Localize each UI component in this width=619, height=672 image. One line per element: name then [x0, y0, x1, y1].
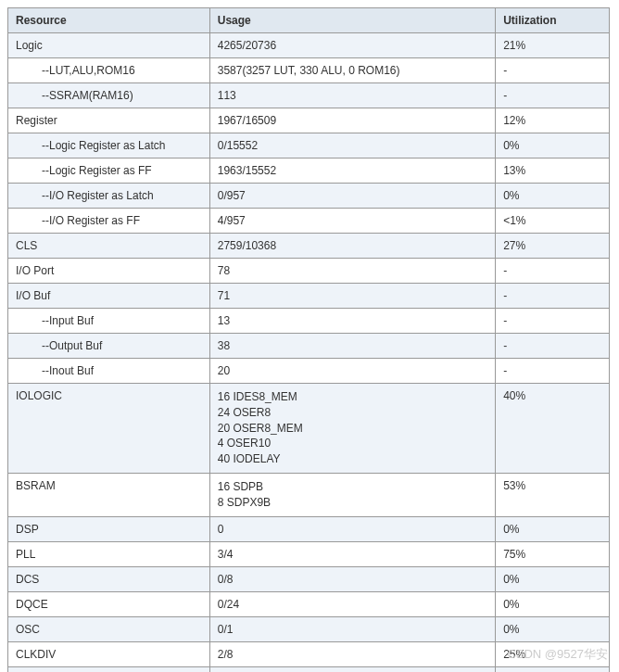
table-row: --I/O Register as Latch0/9570% — [8, 184, 610, 209]
resource-label: --I/O Register as Latch — [16, 189, 154, 202]
usage-cell: 16 SDPB 8 SDPX9B — [209, 473, 495, 516]
table-row: IOLOGIC16 IDES8_MEM 24 OSER8 20 OSER8_ME… — [8, 384, 610, 474]
utilization-cell: - — [496, 284, 610, 309]
usage-cell: 4265/20736 — [209, 33, 495, 58]
resource-cell: --SSRAM(RAM16) — [8, 83, 210, 108]
resource-cell: DSP — [8, 516, 210, 541]
resource-cell: PLL — [8, 541, 210, 566]
resource-cell: --I/O Register as FF — [8, 209, 210, 234]
resource-usage-table: Resource Usage Utilization Logic4265/207… — [7, 7, 610, 672]
resource-label: --Logic Register as Latch — [16, 139, 165, 152]
usage-cell: 1963/15552 — [209, 158, 495, 184]
utilization-cell: 12% — [496, 108, 610, 133]
resource-cell: --LUT,ALU,ROM16 — [8, 58, 210, 83]
utilization-cell: - — [496, 309, 610, 334]
usage-cell: 0/1 — [209, 616, 495, 641]
resource-cell: OSC — [8, 616, 210, 641]
table-row: DQCE0/240% — [8, 591, 610, 616]
utilization-cell: - — [496, 58, 610, 83]
table-row: DSP00% — [8, 516, 610, 541]
utilization-cell: 0% — [496, 566, 610, 591]
resource-cell: --Input Buf — [8, 309, 210, 334]
table-row: --I/O Register as FF4/957<1% — [8, 209, 610, 234]
table-row: OSC0/10% — [8, 616, 610, 641]
resource-label: --LUT,ALU,ROM16 — [16, 64, 135, 77]
header-usage: Usage — [209, 8, 495, 33]
utilization-cell: 25% — [496, 641, 610, 666]
resource-label: --Input Buf — [16, 314, 94, 327]
table-row: --SSRAM(RAM16)113- — [8, 83, 610, 108]
usage-cell: 0/957 — [209, 184, 495, 209]
usage-cell: 3587(3257 LUT, 330 ALU, 0 ROM16) — [209, 58, 495, 83]
usage-cell: 71 — [209, 284, 495, 309]
utilization-cell: 27% — [496, 234, 610, 259]
usage-cell: 2759/10368 — [209, 234, 495, 259]
resource-label: --Logic Register as FF — [16, 164, 152, 177]
utilization-cell: 0% — [496, 184, 610, 209]
usage-cell: 113 — [209, 83, 495, 108]
resource-label: --Output Buf — [16, 339, 102, 352]
utilization-cell: 0% — [496, 591, 610, 616]
utilization-cell: 0% — [496, 616, 610, 641]
resource-cell: I/O Port — [8, 259, 210, 284]
table-row: --Output Buf38- — [8, 334, 610, 359]
usage-cell: 13 — [209, 309, 495, 334]
header-resource: Resource — [8, 8, 210, 33]
table-row: CLKDIV2/825% — [8, 641, 610, 666]
table-header-row: Resource Usage Utilization — [8, 8, 610, 33]
table-row: --LUT,ALU,ROM163587(3257 LUT, 330 ALU, 0… — [8, 58, 610, 83]
table-row: DCS0/80% — [8, 566, 610, 591]
utilization-cell: 53% — [496, 473, 610, 516]
resource-cell: Register — [8, 108, 210, 133]
resource-cell: DLLDLY — [8, 666, 210, 672]
resource-cell: CLKDIV — [8, 641, 210, 666]
utilization-cell: 0% — [496, 666, 610, 672]
table-row: Logic4265/2073621% — [8, 33, 610, 58]
resource-label: --I/O Register as FF — [16, 214, 140, 227]
usage-cell: 0/24 — [209, 591, 495, 616]
resource-label: --SSRAM(RAM16) — [16, 89, 133, 102]
usage-cell: 78 — [209, 259, 495, 284]
utilization-cell: 0% — [496, 133, 610, 158]
table-row: BSRAM16 SDPB 8 SDPX9B53% — [8, 473, 610, 516]
usage-cell: 0/15552 — [209, 133, 495, 158]
table-row: --Inout Buf20- — [8, 359, 610, 384]
resource-cell: --Output Buf — [8, 334, 210, 359]
table-row: I/O Buf71- — [8, 284, 610, 309]
table-row: Register1967/1650912% — [8, 108, 610, 133]
usage-cell: 38 — [209, 334, 495, 359]
utilization-cell: 21% — [496, 33, 610, 58]
resource-cell: --Logic Register as FF — [8, 158, 210, 184]
usage-cell: 20 — [209, 359, 495, 384]
utilization-cell: 13% — [496, 158, 610, 184]
utilization-cell: <1% — [496, 209, 610, 234]
table-row: DLLDLY0/80% — [8, 666, 610, 672]
utilization-cell: - — [496, 259, 610, 284]
resource-cell: DQCE — [8, 591, 210, 616]
resource-cell: --I/O Register as Latch — [8, 184, 210, 209]
resource-cell: DCS — [8, 566, 210, 591]
table-row: --Input Buf13- — [8, 309, 610, 334]
usage-cell: 0/8 — [209, 566, 495, 591]
resource-cell: CLS — [8, 234, 210, 259]
table-row: CLS2759/1036827% — [8, 234, 610, 259]
resource-cell: Logic — [8, 33, 210, 58]
resource-label: --Inout Buf — [16, 364, 94, 377]
table-row: --Logic Register as FF1963/1555213% — [8, 158, 610, 184]
utilization-cell: 0% — [496, 516, 610, 541]
utilization-cell: 40% — [496, 384, 610, 474]
utilization-cell: 75% — [496, 541, 610, 566]
utilization-cell: - — [496, 334, 610, 359]
usage-cell: 2/8 — [209, 641, 495, 666]
usage-cell: 0 — [209, 516, 495, 541]
utilization-cell: - — [496, 359, 610, 384]
table-row: --Logic Register as Latch0/155520% — [8, 133, 610, 158]
usage-cell: 16 IDES8_MEM 24 OSER8 20 OSER8_MEM 4 OSE… — [209, 384, 495, 474]
usage-cell: 4/957 — [209, 209, 495, 234]
resource-cell: BSRAM — [8, 473, 210, 516]
resource-cell: --Logic Register as Latch — [8, 133, 210, 158]
header-utilization: Utilization — [496, 8, 610, 33]
usage-cell: 1967/16509 — [209, 108, 495, 133]
table-row: PLL3/475% — [8, 541, 610, 566]
usage-cell: 0/8 — [209, 666, 495, 672]
